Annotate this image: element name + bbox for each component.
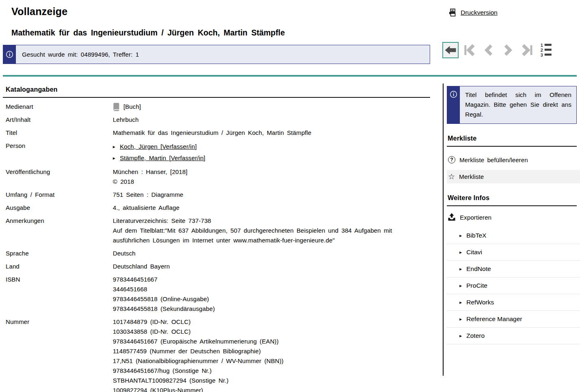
last-record-button[interactable] [519, 42, 535, 58]
value-text: Literaturverzeichnis: Seite 737-738 [113, 217, 211, 224]
catalog-row: ISBN978344645166734464516689783446455818… [6, 275, 430, 314]
catalog-row: Nummer1017484879 (ID-Nr. OCLC)1030343858… [6, 317, 430, 392]
field-value: [Buch] [113, 102, 430, 112]
svg-text:3: 3 [540, 53, 543, 57]
field-label: Nummer [6, 317, 113, 392]
field-value: ▸Koch, Jürgen [Verfasser/in]▸Stämpfle, M… [113, 141, 430, 164]
result-list-button[interactable]: 1 2 3 [538, 42, 554, 58]
field-value: Deutsch [113, 249, 430, 258]
value-text: 3446451668 [113, 286, 147, 293]
value-text: [Buch] [123, 102, 141, 112]
chevron-right-icon [502, 43, 514, 57]
catalog-rows: Medienart [Buch]Art/InhaltLehrbuchTitelM… [3, 98, 430, 392]
person-link[interactable]: Koch, Jürgen [Verfasser/in] [120, 141, 197, 152]
value-text: Auf dem Titelblatt:"Mit 637 Abbildungen,… [113, 227, 392, 244]
triangle-bullet-icon: ▸ [459, 233, 462, 238]
triangle-bullet-icon: ▸ [113, 152, 115, 164]
printer-icon [448, 9, 457, 17]
merkliste-label: Merkliste [459, 173, 484, 180]
export-item-zotero[interactable]: ▸Zotero [447, 328, 580, 344]
export-item-bibtex[interactable]: ▸BibTeX [447, 227, 580, 244]
catalog-row: TitelMathematik für das Ingenieurstudium… [6, 128, 430, 138]
search-result-notice: Gesucht wurde mit: 04899496, Treffer: 1 [3, 45, 430, 64]
star-icon: ☆ [448, 173, 455, 181]
field-label: ISBN [6, 275, 113, 314]
next-record-button[interactable] [500, 42, 516, 58]
field-label: Medienart [6, 102, 113, 112]
value-text: 4., aktualisierte Auflage [113, 204, 180, 211]
triangle-bullet-icon: ▸ [459, 283, 462, 288]
numbered-list-icon: 1 2 3 [540, 43, 552, 57]
value-text: 1030343858 (ID-Nr. OCLC) [113, 328, 191, 335]
field-label: Ausgabe [6, 203, 113, 213]
value-text: 1017484879 (ID-Nr. OCLC) [113, 318, 191, 325]
triangle-bullet-icon: ▸ [113, 141, 115, 152]
record-title: Mathematik für das Ingenieurstudium / Jü… [11, 28, 285, 37]
export-button[interactable]: Exportieren [447, 206, 577, 225]
svg-text:1: 1 [540, 43, 543, 48]
last-page-icon [521, 43, 534, 57]
print-version-link[interactable]: Druckversion [448, 9, 497, 17]
svg-text:2: 2 [540, 48, 543, 53]
value-text: Mathematik für das Ingenieurstudium / Jü… [113, 129, 311, 136]
person-link[interactable]: Stämpfle, Martin [Verfasser/in] [120, 152, 205, 164]
export-item-reference-manager[interactable]: ▸Reference Manager [447, 311, 580, 328]
chevron-left-icon [483, 43, 495, 57]
field-value: Mathematik für das Ingenieurstudium / Jü… [113, 128, 430, 138]
field-value: 751 Seiten : Diagramme [113, 190, 430, 200]
first-page-icon [463, 43, 476, 57]
export-item-label: EndNote [466, 265, 491, 273]
value-text: 9783446455818 (Online-Ausgabe) [113, 295, 209, 302]
book-icon [113, 103, 120, 111]
triangle-bullet-icon: ▸ [459, 316, 462, 322]
triangle-bullet-icon: ▸ [459, 249, 462, 255]
value-text: München : Hanser, [2018] [113, 168, 187, 175]
field-label: Veröffentlichung [6, 167, 113, 187]
field-label: Sprache [6, 249, 113, 258]
value-text: Deutsch [113, 250, 136, 257]
merkliste-fill-empty-label: Merkliste befüllen/leeren [459, 156, 528, 163]
field-label: Titel [6, 128, 113, 138]
field-value: München : Hanser, [2018]© 2018 [113, 167, 430, 187]
export-item-label: Citavi [466, 249, 482, 256]
merkliste-item[interactable]: ☆ Merkliste [447, 170, 580, 183]
value-text: Deutschland Bayern [113, 263, 170, 270]
catalog-row: Medienart [Buch] [6, 102, 430, 112]
value-text: 9783446451667 [113, 276, 158, 283]
first-record-button[interactable] [461, 42, 478, 58]
export-item-procite[interactable]: ▸ProCite [447, 277, 580, 294]
info-icon [6, 51, 13, 58]
value-text: 751 Seiten : Diagramme [113, 191, 183, 198]
merkliste-fill-empty-item[interactable]: ? Merkliste befüllen/leeren [447, 152, 577, 167]
field-value: Deutschland Bayern [113, 262, 430, 271]
help-circle-icon: ? [448, 156, 455, 163]
value-text: STBHANTALT1009827294 (Sonstige Nr.) [113, 377, 228, 384]
triangle-bullet-icon: ▸ [459, 333, 462, 339]
value-text: Lehrbuch [113, 116, 138, 123]
sidebar: Titel befindet sich im Offenen Magazin. … [443, 84, 580, 376]
notice-stripe [3, 45, 16, 64]
location-notice-text: Titel befindet sich im Offenen Magazin. … [460, 86, 576, 123]
location-notice: Titel befindet sich im Offenen Magazin. … [447, 86, 577, 124]
export-item-label: BibTeX [466, 232, 486, 239]
field-label: Anmerkungen [6, 216, 113, 245]
triangle-bullet-icon: ▸ [459, 266, 462, 272]
catalog-row: Umfang / Format751 Seiten : Diagramme [6, 190, 430, 200]
export-item-endnote[interactable]: ▸EndNote [447, 261, 580, 277]
export-item-label: RefWorks [466, 299, 494, 306]
catalog-row: LandDeutschland Bayern [6, 262, 430, 271]
export-item-label: Reference Manager [466, 315, 522, 323]
field-value: Lehrbuch [113, 115, 430, 125]
field-value: 978344645166734464516689783446455818 (On… [113, 275, 430, 314]
export-item-citavi[interactable]: ▸Citavi [447, 244, 580, 261]
previous-record-button[interactable] [481, 42, 497, 58]
value-text: 9783446451667/hug (Sonstige Nr.) [113, 367, 212, 374]
value-text: 9783446451667 (Europäische Artikelnummer… [113, 338, 279, 345]
export-item-refworks[interactable]: ▸RefWorks [447, 294, 580, 311]
back-to-list-button[interactable] [442, 42, 459, 58]
weitere-infos-heading: Weitere Infos [447, 192, 577, 206]
catalog-heading: Katalogangaben [3, 84, 430, 98]
section-divider [3, 75, 577, 77]
value-text: 1148577459 (Nummer der Deutschen Bibliog… [113, 348, 261, 355]
export-item-label: ProCite [466, 282, 488, 289]
